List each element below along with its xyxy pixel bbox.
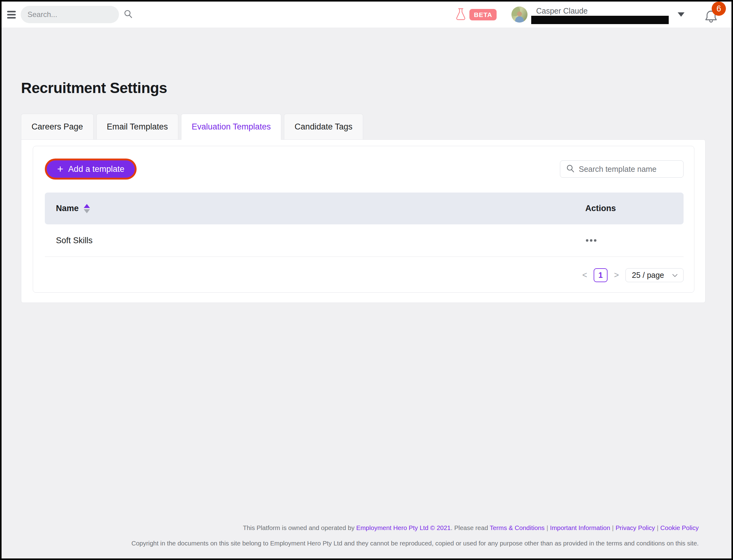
terms-and-conditions-link[interactable]: Terms & Conditions	[490, 524, 545, 531]
footer-text: . Please read	[451, 524, 490, 531]
search-icon	[566, 164, 575, 174]
footer: This Platform is owned and operated by E…	[21, 524, 705, 558]
footer-separator: |	[657, 524, 658, 531]
hamburger-bar	[7, 17, 16, 19]
hamburger-menu-icon[interactable]	[7, 9, 16, 20]
search-icon	[123, 9, 133, 20]
avatar[interactable]	[511, 6, 528, 23]
important-information-link[interactable]: Important Information	[550, 524, 610, 531]
plus-icon: +	[57, 163, 63, 174]
tab-email-templates[interactable]: Email Templates	[96, 114, 179, 139]
beta-feature-toggle[interactable]: BETA	[455, 7, 497, 22]
column-name-label: Name	[56, 204, 79, 213]
column-header-actions: Actions	[585, 204, 672, 213]
pagination: < 1 > 25 / page	[45, 268, 684, 282]
sort-descending-icon	[84, 209, 90, 213]
hamburger-bar	[7, 14, 16, 15]
sort-ascending-icon	[84, 204, 90, 208]
user-name: Casper Claude	[536, 5, 672, 15]
evaluation-templates-panel: + Add a template	[21, 139, 705, 303]
template-name-cell: Soft Skills	[56, 236, 585, 245]
chevron-down-icon[interactable]	[678, 12, 684, 17]
dot	[590, 239, 592, 242]
table-header-row: Name Actions	[45, 193, 684, 224]
page-number-button[interactable]: 1	[594, 268, 608, 282]
cookie-policy-link[interactable]: Cookie Policy	[660, 524, 699, 531]
hamburger-bar	[7, 11, 16, 12]
chevron-down-icon	[672, 274, 678, 278]
notification-count-badge: 6	[712, 2, 726, 16]
table-row: Soft Skills	[45, 224, 684, 257]
footer-separator: |	[612, 524, 614, 531]
footer-line-2: Copyright in the documents on this site …	[21, 540, 699, 547]
footer-separator: |	[546, 524, 548, 531]
page-title: Recruitment Settings	[21, 79, 705, 96]
templates-toolbar: + Add a template	[45, 160, 684, 178]
global-search[interactable]	[21, 6, 119, 23]
add-template-button-label: Add a template	[68, 164, 125, 174]
sort-icons[interactable]	[84, 204, 90, 213]
next-page-button[interactable]: >	[612, 270, 621, 280]
tab-careers-page[interactable]: Careers Page	[21, 114, 94, 139]
top-bar: BETA Casper Claude 6	[2, 2, 731, 28]
templates-table: Name Actions Soft Skills	[45, 193, 684, 257]
tab-candidate-tags[interactable]: Candidate Tags	[284, 114, 363, 139]
global-search-input[interactable]	[28, 10, 123, 19]
dot	[586, 239, 588, 242]
more-actions-icon[interactable]	[585, 237, 597, 244]
redacted-user-detail	[531, 16, 669, 24]
beta-badge: BETA	[469, 9, 497, 20]
footer-text: This Platform is owned and operated by	[243, 524, 356, 531]
privacy-policy-link[interactable]: Privacy Policy	[616, 524, 655, 531]
page-size-value: 25 / page	[632, 271, 664, 280]
template-search-input[interactable]	[579, 165, 678, 174]
previous-page-button[interactable]: <	[580, 270, 589, 280]
footer-line-1: This Platform is owned and operated by E…	[21, 524, 699, 532]
main-content: Recruitment Settings Careers Page Email …	[2, 28, 731, 558]
notifications-button[interactable]: 6	[701, 3, 723, 26]
column-header-name[interactable]: Name	[56, 204, 585, 213]
tab-bar: Careers Page Email Templates Evaluation …	[21, 114, 705, 140]
flask-icon	[455, 7, 467, 22]
template-actions-cell	[585, 237, 672, 244]
screenshot-frame: BETA Casper Claude 6 Recruitment Setting…	[0, 0, 733, 560]
add-template-button[interactable]: + Add a template	[47, 160, 135, 178]
templates-card: + Add a template	[33, 146, 694, 293]
employment-hero-link[interactable]: Employment Hero Pty Ltd © 2021	[356, 524, 451, 531]
tab-evaluation-templates[interactable]: Evaluation Templates	[181, 114, 281, 140]
page-size-select[interactable]: 25 / page	[625, 268, 684, 282]
user-menu[interactable]: Casper Claude	[536, 5, 672, 24]
dot	[594, 239, 596, 242]
template-search[interactable]	[560, 160, 684, 178]
